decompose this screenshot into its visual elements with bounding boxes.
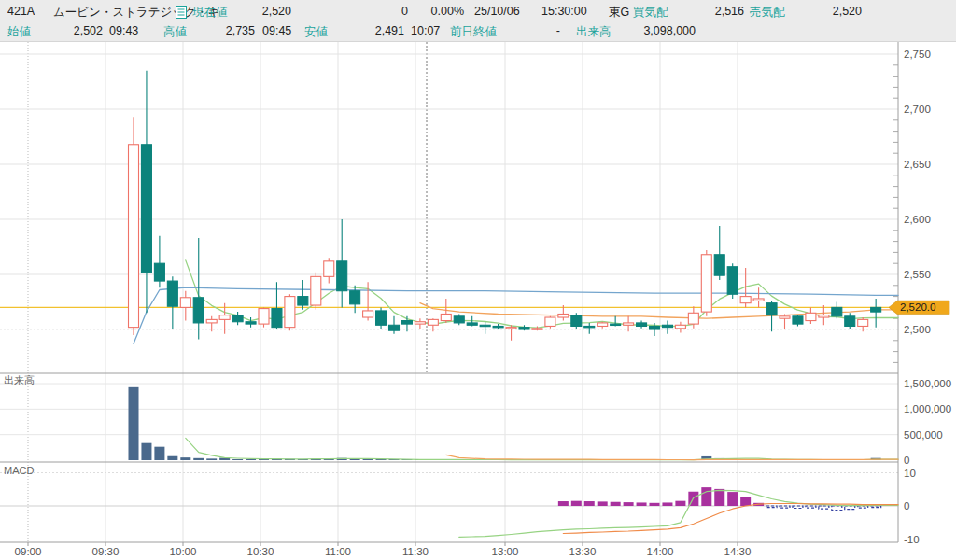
- low-time: 10:07: [411, 24, 440, 37]
- svg-text:2,500: 2,500: [904, 324, 931, 335]
- svg-text:10:00: 10:00: [170, 546, 197, 557]
- svg-text:14:30: 14:30: [724, 546, 752, 557]
- svg-text:11:30: 11:30: [402, 546, 429, 557]
- current-price-label: 現在値: [192, 5, 228, 21]
- volume-label: 出来高: [576, 24, 612, 40]
- document-list-icon[interactable]: [176, 6, 187, 21]
- ask-value: 2,520: [808, 5, 862, 18]
- open-label: 始値: [7, 24, 31, 40]
- prev-close-label: 前日終値: [450, 24, 497, 40]
- current-price-value: 2,520: [224, 5, 291, 18]
- svg-text:14:00: 14:00: [647, 546, 674, 557]
- volume-value: 3,098,000: [616, 24, 696, 37]
- svg-text:11:00: 11:00: [325, 546, 351, 557]
- prev-close-value: -: [523, 24, 560, 37]
- open-value: 2,502: [49, 24, 103, 37]
- chart-area: 09:0009:3010:0010:3011:0011:3013:0013:30…: [0, 42, 956, 560]
- svg-text:2,650: 2,650: [904, 159, 931, 170]
- svg-text:0: 0: [904, 500, 909, 511]
- ask-label: 売気配: [750, 5, 785, 21]
- low-value: 2,491: [351, 24, 404, 37]
- svg-text:MACD: MACD: [4, 465, 34, 476]
- svg-text:10:30: 10:30: [247, 546, 274, 557]
- svg-text:2,600: 2,600: [904, 214, 931, 225]
- svg-text:10: 10: [904, 468, 916, 479]
- svg-text:2,700: 2,700: [904, 104, 931, 115]
- market-segment: 東G: [609, 5, 629, 21]
- quote-time: 15:30:00: [541, 5, 587, 18]
- svg-text:2,750: 2,750: [904, 49, 931, 60]
- svg-text:1,000,000: 1,000,000: [904, 403, 951, 414]
- high-value: 2,735: [202, 24, 255, 37]
- low-label: 安値: [304, 24, 328, 40]
- bid-label: 買気配: [633, 5, 668, 21]
- high-label: 高値: [163, 24, 187, 40]
- svg-text:13:30: 13:30: [569, 546, 597, 557]
- change-percent: 0.00%: [401, 5, 464, 18]
- svg-text:-10: -10: [904, 534, 920, 545]
- svg-text:13:00: 13:00: [492, 546, 519, 557]
- svg-text:1,500,000: 1,500,000: [904, 378, 951, 389]
- svg-text:2,520.0: 2,520.0: [900, 301, 935, 313]
- bid-value: 2,516: [691, 5, 744, 18]
- svg-text:出来高: 出来高: [4, 374, 35, 385]
- svg-text:09:30: 09:30: [92, 546, 120, 557]
- svg-text:0: 0: [904, 455, 909, 466]
- open-time: 09:43: [109, 24, 138, 37]
- quote-date: 25/10/06: [474, 5, 520, 18]
- high-time: 09:45: [262, 24, 291, 37]
- price-volume-macd-chart[interactable]: 09:0009:3010:0010:3011:0011:3013:0013:30…: [0, 42, 956, 560]
- svg-text:09:00: 09:00: [15, 546, 42, 557]
- quote-header: 421A ムービン・ストラテジック・キ 現在値 2,520 0 0.00% 25…: [0, 0, 956, 42]
- stock-code: 421A: [7, 5, 35, 18]
- svg-text:2,550: 2,550: [904, 269, 931, 280]
- change-value: 0: [355, 5, 408, 18]
- svg-text:500,000: 500,000: [904, 429, 943, 441]
